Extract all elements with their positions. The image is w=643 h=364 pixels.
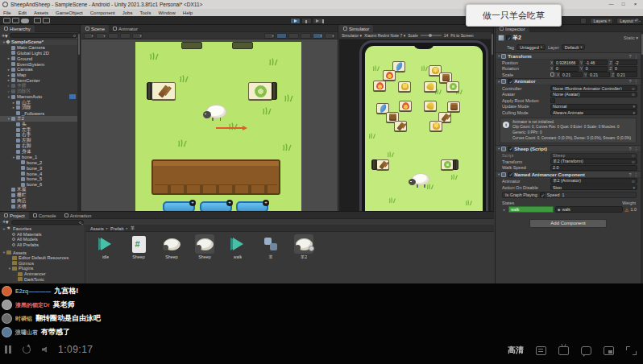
create-asset-button[interactable]: +▾ [2, 219, 9, 225]
services-icon[interactable] [12, 18, 19, 23]
enabled-checkbox[interactable] [508, 79, 512, 84]
field-value[interactable]: 2.0 [550, 165, 637, 171]
device-dropdown[interactable]: Xiaomi Redmi Note 7 ▾ [364, 33, 405, 38]
pause-icon[interactable] [5, 345, 11, 354]
game-tile-fork[interactable] [376, 159, 389, 170]
project-folder-item[interactable]: All Materials [0, 232, 85, 238]
enabled-checkbox[interactable] [508, 147, 512, 151]
hierarchy-item[interactable]: bone_2 [0, 160, 77, 166]
create-button[interactable]: +▾ [2, 33, 8, 39]
close-button[interactable]: × [629, 0, 641, 8]
hierarchy-item[interactable]: ▸消除区 [0, 89, 77, 94]
asset-item[interactable]: 羊2 [291, 234, 317, 283]
context-menu-icon[interactable]: ⋮ [634, 172, 639, 177]
danmaku-toggle-icon[interactable] [536, 346, 546, 355]
project-folder-item[interactable]: Gizmos [0, 261, 85, 267]
game-prop-button[interactable]: + [163, 201, 195, 211]
minimize-button[interactable]: — [605, 0, 617, 8]
view-options-dropdown[interactable] [96, 33, 106, 39]
hierarchy-item[interactable]: ▸Ground [0, 56, 77, 61]
component-header[interactable]: ▾Named Animancer Component?⋮ [496, 171, 641, 178]
avatar[interactable] [2, 327, 12, 337]
object-picker-icon[interactable]: ⊙ [632, 153, 635, 158]
breadcrumb-item[interactable]: 羊 [131, 225, 135, 232]
axis-value-input[interactable]: -2 [613, 60, 638, 65]
hierarchy-item[interactable]: bone_4 [0, 171, 77, 176]
menu-window[interactable]: Window [158, 10, 175, 15]
muted-speaker-icon[interactable] [42, 347, 47, 353]
field-value[interactable]: Sheep⊙ [550, 153, 637, 159]
maximize-button[interactable]: □ [617, 0, 629, 8]
gameobject-name[interactable]: 羊2 [512, 34, 622, 42]
hierarchy-item[interactable]: ▸卡牌 [0, 83, 77, 89]
field-value[interactable]: None (Avatar)⊙ [550, 92, 637, 97]
simulator-scrollbar[interactable] [491, 32, 493, 211]
game-prop-button[interactable]: + [200, 201, 232, 211]
hierarchy-item[interactable]: 头 [0, 122, 77, 127]
chat-username[interactable]: 浪嘯山君 [15, 329, 38, 337]
field-value[interactable]: Normal▾ [550, 104, 637, 110]
fullscreen-icon[interactable] [626, 346, 637, 355]
chevron-down-icon[interactable]: ▾ [633, 104, 635, 109]
game-tile-cabbage[interactable] [441, 159, 454, 170]
game-prop-button[interactable]: + [236, 201, 268, 211]
project-folder-item[interactable]: All Models [0, 237, 85, 242]
gameobject-icon[interactable] [498, 35, 504, 41]
hierarchy-item[interactable]: ▸消除 [0, 105, 77, 111]
component-header[interactable]: ▾Animator?⋮ [496, 78, 641, 85]
camera-toggle[interactable] [276, 33, 287, 39]
layers-dropdown[interactable]: Layers▾ [590, 18, 613, 24]
2d-toggle[interactable] [108, 33, 118, 39]
field-checkbox[interactable] [550, 98, 555, 103]
breadcrumb-item[interactable]: Assets [90, 226, 104, 231]
graph-playing-checkbox[interactable] [540, 192, 545, 197]
lighting-toggle[interactable] [120, 33, 131, 39]
hierarchy-item[interactable]: ▾SampleScene* [0, 39, 77, 45]
hierarchy-item[interactable]: ▸山羊 [0, 100, 77, 105]
menu-tools[interactable]: Tools [139, 10, 151, 15]
asset-item[interactable]: 羊 [258, 234, 284, 283]
loop-icon[interactable] [23, 345, 31, 354]
undo-icon[interactable] [34, 18, 41, 23]
expander-icon[interactable]: ▸ [502, 208, 507, 212]
axis-value-input[interactable]: 0.9281666 [554, 60, 578, 65]
hierarchy-item[interactable]: 身体 [0, 149, 77, 155]
help-icon[interactable]: ? [628, 172, 631, 177]
menu-assets[interactable]: Assets [34, 10, 48, 15]
tab-simulator[interactable]: Simulator [339, 25, 373, 32]
hierarchy-item[interactable]: ▸ItemCenter [0, 78, 77, 84]
simulator-mode-dropdown[interactable]: Simulator ▾ [342, 33, 362, 38]
game-tile-corn[interactable] [424, 101, 437, 111]
quality-button[interactable]: 高清 [508, 345, 524, 356]
context-menu-icon[interactable]: ⋮ [634, 79, 639, 84]
tab-animation[interactable]: Animation [60, 212, 96, 219]
add-component-button[interactable]: Add Component [529, 219, 607, 228]
chat-username[interactable]: E2zq———— [15, 288, 51, 294]
tab-scene[interactable]: Scene [81, 25, 109, 32]
foldout-icon[interactable]: ▾ [498, 172, 500, 176]
play-button[interactable] [290, 18, 301, 24]
state-clip-field[interactable]: ◆walk [555, 206, 623, 213]
context-menu-icon[interactable]: ⋮ [634, 147, 639, 151]
avatar[interactable] [2, 300, 12, 310]
game-tile-fork[interactable] [151, 82, 176, 100]
field-value[interactable]: 羊2 (Animator)⊙ [550, 178, 637, 184]
active-checkbox[interactable] [506, 35, 511, 40]
foldout-icon[interactable]: ▾ [498, 147, 500, 151]
tab-hierarchy[interactable]: Hierarchy [0, 25, 35, 32]
overlay-menu-dropdown[interactable] [325, 33, 335, 39]
object-picker-icon[interactable]: ⊙ [632, 159, 635, 164]
field-value[interactable]: Always Animate▾ [550, 110, 637, 115]
project-folder-item[interactable]: Editor Default Resources [0, 255, 85, 261]
object-picker-icon[interactable]: ⊙ [632, 86, 635, 91]
menu-gameobject[interactable]: GameObject [56, 10, 83, 15]
project-folder-item[interactable]: All Prefabs [0, 242, 85, 248]
axis-value-input[interactable]: -1.46 [583, 60, 608, 65]
component-header[interactable]: ▾Transform?⋮ [496, 52, 641, 60]
breadcrumb-item[interactable]: Prefab [110, 226, 123, 231]
hierarchy-item[interactable]: 左脚 [0, 138, 77, 143]
chevron-down-icon[interactable]: ▾ [633, 110, 635, 115]
hierarchy-item[interactable]: 水槽 [0, 204, 77, 209]
game-tile-cabbage[interactable] [446, 81, 459, 92]
axis-value-input[interactable]: 0.21 [560, 72, 583, 77]
